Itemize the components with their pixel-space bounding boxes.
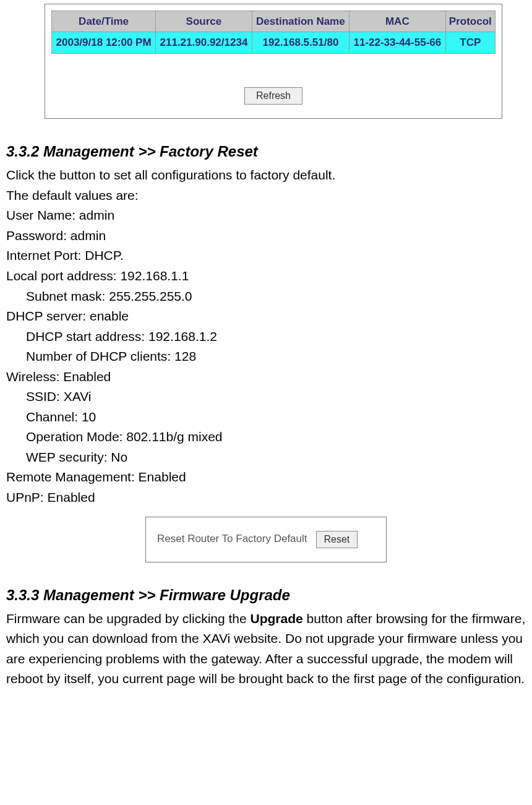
reset-text: Reset Router To Factory Default [157,531,307,547]
default-dhcp-start: DHCP start address: 192.168.1.2 [6,327,526,347]
col-protocol: Protocol [445,11,495,32]
cell-datetime: 2003/9/18 12:00 PM [52,32,156,53]
reset-panel: Reset Router To Factory Default Reset [145,517,387,562]
log-row: 2003/9/18 12:00 PM 211.21.90.92/1234 192… [52,32,496,53]
col-mac: MAC [350,11,445,32]
default-username: User Name: admin [6,205,526,226]
cell-destination: 192.168.5.51/80 [252,32,349,53]
col-source: Source [156,11,252,32]
default-subnet-mask: Subnet mask: 255.255.255.0 [6,286,526,307]
cell-source: 211.21.90.92/1234 [156,32,252,53]
cell-mac: 11-22-33-44-55-66 [350,32,445,53]
log-table: Date/Time Source Destination Name MAC Pr… [51,11,496,54]
col-datetime: Date/Time [52,11,156,32]
reset-button[interactable]: Reset [316,531,358,548]
log-header-row: Date/Time Source Destination Name MAC Pr… [52,11,496,32]
section-333-title: 3.3.3 Management >> Firmware Upgrade [6,583,526,606]
fw-text-before: Firmware can be upgraded by clicking the [6,611,251,626]
default-password: Password: admin [6,226,526,246]
default-dhcp-server: DHCP server: enable [6,306,526,327]
section-332-title: 3.3.2 Management >> Factory Reset [6,140,526,163]
log-panel: Date/Time Source Destination Name MAC Pr… [45,4,502,119]
default-wireless: Wireless: Enabled [6,367,526,387]
section-333-paragraph: Firmware can be upgraded by clicking the… [6,609,526,689]
fw-bold-word: Upgrade [251,611,303,626]
default-ssid: SSID: XAVi [6,387,526,407]
cell-protocol: TCP [445,32,495,53]
default-upnp: UPnP: Enabled [6,488,526,508]
default-dhcp-clients: Number of DHCP clients: 128 [6,347,526,367]
col-destination: Destination Name [252,11,349,32]
default-remote-mgmt: Remote Management: Enabled [6,467,526,488]
default-channel: Channel: 10 [6,407,526,428]
refresh-button[interactable]: Refresh [244,87,302,105]
default-op-mode: Operation Mode: 802.11b/g mixed [6,427,526,447]
defaults-label: The default values are: [6,186,526,206]
section-332-intro: Click the button to set all configuratio… [6,165,526,186]
default-local-port: Local port address: 192.168.1.1 [6,266,526,286]
default-internet-port: Internet Port: DHCP. [6,246,526,266]
default-wep: WEP security: No [6,447,526,468]
